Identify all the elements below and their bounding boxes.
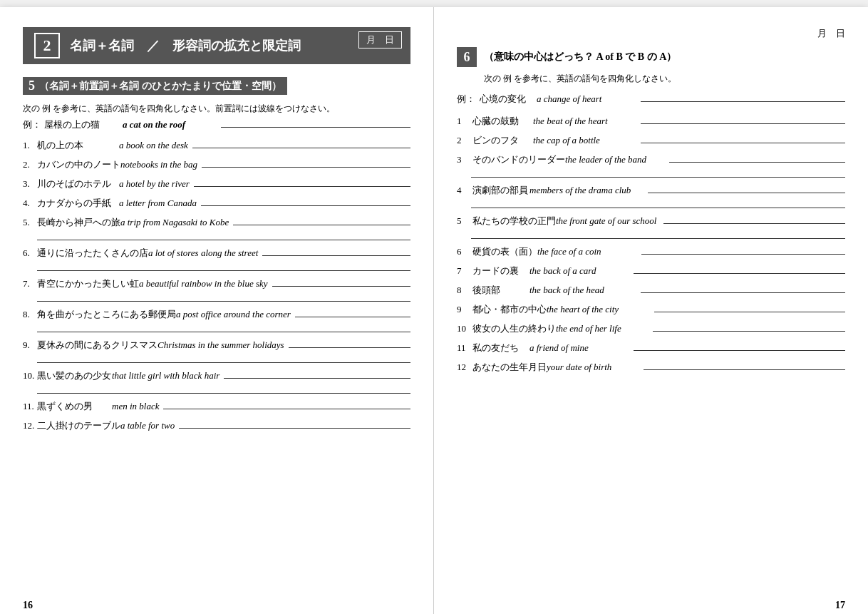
s6-item10-en: the end of her life (556, 323, 649, 334)
section6-item-6: 6 硬貨の表（面） the face of a coin (457, 245, 845, 258)
item8-jp: 角を曲がったところにある郵便局 (37, 308, 176, 321)
section6-block: 6 （意味の中心はどっち？ A of B で B の A） 次の 例 を参考に、… (457, 47, 845, 374)
item8-en: a post office around the corner (176, 309, 291, 320)
item1-en: a book on the desk (119, 140, 188, 151)
item10-num: 10. (23, 370, 37, 382)
s6-item8-jp: 後頭部 (472, 284, 529, 297)
section6-item-9: 9 都心・都市の中心 the heart of the city (457, 302, 845, 316)
section5-items: 1. 机の上の本 a book on the desk 2. カバンの中のノート… (23, 138, 410, 432)
item7-num: 7. (23, 278, 37, 290)
s6-item5-jp: 私たちの学校の正門 (472, 215, 556, 227)
item12-en: a table for two (120, 420, 175, 431)
s6-item4-line1 (648, 183, 845, 193)
s6-item11-jp: 私の友だち (472, 342, 529, 354)
s6-item6-en: the face of a coin (537, 246, 637, 257)
date-box-left: 月 日 (358, 31, 402, 48)
example-answer-line (221, 118, 410, 128)
s6-item7-line (634, 264, 845, 274)
section5-num: 5 (29, 78, 35, 93)
item10-line1 (224, 369, 410, 379)
section6-item-3: 3 そのバンドのリーダー the leader of the band (457, 153, 845, 178)
s6-item12-jp: あなたの生年月日 (472, 361, 547, 374)
section5-item-8: 8. 角を曲がったところにある郵便局 a post office around … (23, 307, 410, 332)
s6-item6-num: 6 (457, 246, 472, 257)
s6-item11-line (634, 341, 845, 351)
s6-item10-jp: 彼女の人生の終わり (472, 322, 556, 335)
s6-item9-num: 9 (457, 304, 472, 315)
section6-item-10: 10 彼女の人生の終わり the end of her life (457, 322, 845, 335)
item3-jp: 川のそばのホテル (37, 178, 119, 190)
item8-line2 (37, 322, 410, 332)
s6-item1-num: 1 (457, 116, 472, 127)
section6-item-4: 4 演劇部の部員 members of the drama club (457, 183, 845, 208)
item3-en: a hotel by the river (119, 178, 190, 190)
item5-num: 5. (23, 217, 37, 228)
item12-num: 12. (23, 420, 37, 431)
s6-item10-line (653, 322, 845, 332)
section5-block: 5 （名詞＋前置詞＋名詞 のひとかたまりで位置・空間） 次の 例 を参考に、英語… (23, 77, 410, 432)
section6-item-12: 12 あなたの生年月日 your date of birth (457, 360, 845, 374)
s6-item5-en: the front gate of our school (556, 215, 659, 227)
section5-item-6: 6. 通りに沿ったたくさんの店 a lot of stores along th… (23, 246, 410, 271)
section6-item-2: 2 ビンのフタ the cap of a bottle (457, 133, 845, 147)
item7-line2 (37, 292, 410, 302)
s6-item3-jp: そのバンドのリーダー (472, 153, 565, 166)
item2-num: 2. (23, 159, 37, 170)
item9-jp: 夏休みの間にあるクリスマス (37, 339, 157, 352)
s6-item2-line (641, 133, 845, 143)
s6-item9-line (654, 302, 845, 312)
s6-item8-line (641, 283, 845, 293)
item10-en: that little girl with black hair (112, 370, 219, 382)
section5-item-5: 5. 長崎から神戸への旅 a trip from Nagasaki to Kob… (23, 215, 410, 240)
s6-item4-jp: 演劇部の部員 (472, 184, 529, 197)
s6-item3-en: the leader of the band (565, 154, 665, 165)
item10-jp: 黒い髪のあの少女 (37, 369, 112, 382)
item11-line (163, 399, 410, 409)
section5-item-4: 4. カナダからの手紙 a letter from Canada (23, 196, 410, 210)
item9-en: Christmas in the summer holidays (157, 339, 284, 351)
section5-item-3: 3. 川のそばのホテル a hotel by the river (23, 177, 410, 190)
example-prefix: 例： (23, 118, 44, 131)
section6-item-1: 1 心臓の鼓動 the beat of the heart (457, 114, 845, 128)
item8-line1 (295, 307, 410, 317)
section5-instruction: 次の 例 を参考に、英語の語句を四角化しなさい。前置詞には波線をつけなさい。 (23, 102, 410, 115)
section5-title: （名詞＋前置詞＋名詞 のひとかたまりで位置・空間） (39, 80, 281, 93)
s6-item5-line1 (663, 214, 845, 224)
item12-line (179, 419, 410, 429)
section6-item-7: 7 カードの裏 the back of a card (457, 264, 845, 277)
left-page-number: 16 (23, 600, 33, 611)
item6-num: 6. (23, 247, 37, 259)
section6-item-5: 5 私たちの学校の正門 the front gate of our school (457, 214, 845, 239)
section6-example-prefix: 例： (457, 93, 480, 106)
item9-num: 9. (23, 339, 37, 351)
item5-line2 (37, 230, 410, 240)
item9-line1 (289, 338, 410, 348)
item6-line1 (262, 246, 410, 256)
item2-en: notebooks in the bag (120, 159, 197, 170)
item5-en: a trip from Nagasaki to Kobe (120, 217, 229, 228)
s6-item11-num: 11 (457, 342, 472, 354)
section5-item-7: 7. 青空にかかった美しい虹 a beautiful rainbow in th… (23, 277, 410, 302)
item11-jp: 黒ずくめの男 (37, 400, 112, 413)
item2-line (202, 158, 410, 168)
item6-jp: 通りに沿ったたくさんの店 (37, 247, 148, 260)
s6-item5-num: 5 (457, 215, 472, 227)
item7-line1 (272, 277, 410, 287)
section5-item-12: 12. 二人掛けのテーブル a table for two (23, 419, 410, 432)
s6-item4-line2 (471, 198, 845, 208)
s6-item7-jp: カードの裏 (472, 265, 529, 277)
item7-en: a beautiful rainbow in the blue sky (139, 278, 268, 290)
section5-item-11: 11. 黒ずくめの男 men in black (23, 399, 410, 413)
s6-item12-en: your date of birth (547, 362, 639, 373)
chapter-title: 名詞＋名詞 ／ 形容詞の拡充と限定詞 (70, 37, 301, 54)
section6-instruction: 次の 例 を参考に、英語の語句を四角化しなさい。 (457, 73, 845, 85)
section6-item-8: 8 後頭部 the back of the head (457, 283, 845, 297)
item6-en: a lot of stores along the street (148, 247, 258, 259)
item4-jp: カナダからの手紙 (37, 197, 119, 210)
s6-item11-en: a friend of mine (529, 342, 629, 354)
s6-item10-num: 10 (457, 323, 472, 334)
section6-item-11: 11 私の友だち a friend of mine (457, 341, 845, 354)
s6-item7-num: 7 (457, 265, 472, 277)
section6-num-box: 6 (457, 47, 477, 67)
s6-item1-en: the beat of the heart (533, 116, 636, 127)
